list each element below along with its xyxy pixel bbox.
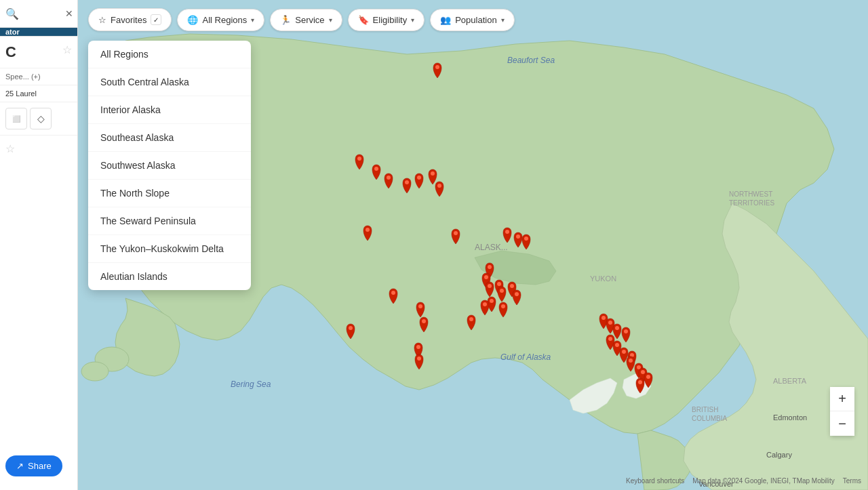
dropdown-item-8[interactable]: Aleutian Islands	[88, 263, 251, 290]
keyboard-shortcuts[interactable]: Keyboard shortcuts	[626, 477, 684, 485]
toolbar: ☆ Favorites ✓ 🌐 All Regions ▾ 🏃 Service …	[88, 8, 515, 31]
regions-dropdown: All RegionsSouth Central AlaskaInterior …	[88, 41, 251, 290]
population-chevron-icon: ▾	[501, 16, 505, 24]
search-icon: 🔍	[5, 7, 19, 20]
sidebar-item-c: C ☆	[0, 37, 77, 68]
eligibility-label: Eligibility	[373, 15, 408, 25]
zoom-controls: + −	[830, 387, 854, 436]
all-regions-label: All Regions	[202, 15, 247, 25]
eligibility-chevron-icon: ▾	[411, 16, 414, 24]
fav-star-icon[interactable]: ☆	[5, 142, 15, 155]
sidebar-search-bar: 🔍 ✕	[0, 0, 77, 28]
terms-link[interactable]: Terms	[843, 477, 861, 485]
service-chevron-icon: ▾	[329, 16, 332, 24]
dropdown-item-5[interactable]: The North Slope	[88, 180, 251, 207]
share-icon: ↗	[16, 461, 24, 471]
map-data-label: Map data ©2024 Google, INEGI, TMap Mobil…	[692, 477, 835, 485]
service-button[interactable]: 🏃 Service ▾	[270, 9, 342, 31]
globe-icon: 🌐	[187, 15, 198, 25]
favorites-button[interactable]: ☆ Favorites ✓	[88, 8, 172, 31]
close-button[interactable]: ✕	[65, 5, 73, 22]
favorites-label: Favorites	[111, 15, 146, 25]
all-regions-button[interactable]: 🌐 All Regions ▾	[177, 9, 264, 31]
bookmark-button[interactable]: ◇	[30, 108, 52, 129]
population-label: Population	[455, 15, 496, 25]
dropdown-item-2[interactable]: Interior Alaska	[88, 96, 251, 124]
dropdown-item-6[interactable]: The Seward Peninsula	[88, 207, 251, 235]
sidebar-address: 25 Laurel	[0, 85, 77, 102]
favorite-star-icon[interactable]: ☆	[62, 43, 72, 56]
dropdown-item-3[interactable]: Southeast Alaska	[88, 124, 251, 152]
share-label: Share	[28, 461, 52, 471]
eligibility-icon: 🔖	[358, 15, 369, 25]
dropdown-item-1[interactable]: South Central Alaska	[88, 68, 251, 96]
dropdown-item-7[interactable]: The Yukon–Kuskokwim Delta	[88, 235, 251, 263]
search-input[interactable]	[22, 9, 62, 19]
favorites-toggle-icon: ✓	[151, 14, 161, 25]
zoom-in-button[interactable]: +	[830, 387, 854, 411]
sidebar-item-label: C	[5, 43, 16, 61]
chevron-down-icon: ▾	[251, 16, 254, 24]
sidebar-speed: Spee... (+)	[0, 68, 77, 85]
dropdown-item-0[interactable]: All Regions	[88, 41, 251, 68]
share-button[interactable]: ↗ Share	[5, 455, 62, 476]
sidebar-fav-item: ☆	[0, 136, 77, 162]
star-icon: ☆	[98, 15, 106, 25]
map-footer: Google Keyboard shortcuts Map data ©2024…	[0, 471, 868, 490]
population-button[interactable]: 👥 Population ▾	[430, 9, 514, 31]
zoom-out-button[interactable]: −	[830, 411, 854, 436]
sidebar-tools: ⬜ ◇	[0, 102, 77, 136]
sidebar: 🔍 ✕ ator C ☆ Spee... (+) 25 Laurel ⬜ ◇ ☆…	[0, 0, 78, 490]
service-label: Service	[295, 15, 324, 25]
tool-button-1[interactable]: ⬜	[5, 108, 27, 129]
eligibility-button[interactable]: 🔖 Eligibility ▾	[348, 9, 425, 31]
sidebar-title: ator	[0, 28, 77, 37]
population-icon: 👥	[440, 15, 451, 25]
svg-point-2	[81, 362, 108, 381]
dropdown-item-4[interactable]: Southwest Alaska	[88, 152, 251, 180]
service-icon: 🏃	[280, 15, 291, 25]
